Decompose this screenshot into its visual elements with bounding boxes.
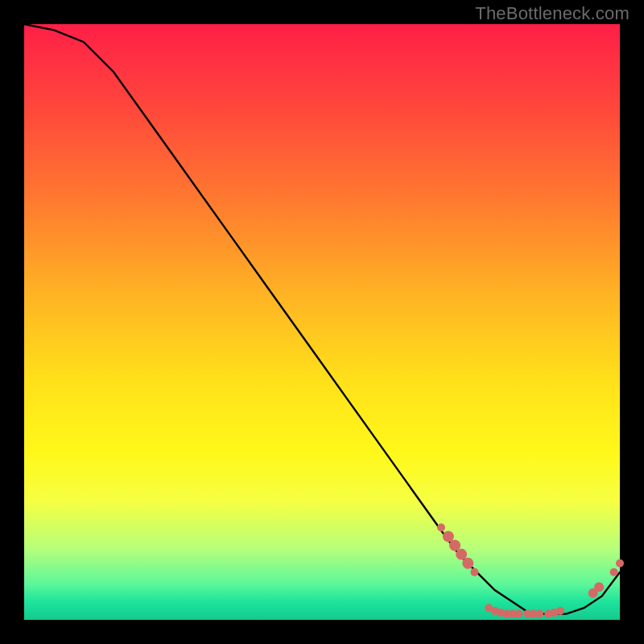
data-marker (610, 568, 618, 576)
data-marker (556, 607, 564, 615)
data-marker (437, 523, 445, 531)
chart-frame: TheBottleneck.com (0, 0, 644, 644)
plot-svg (24, 24, 620, 620)
data-marker (470, 568, 478, 576)
data-marker (616, 559, 624, 568)
data-marker (594, 582, 604, 592)
data-marker (514, 610, 522, 618)
watermark-text: TheBottleneck.com (475, 3, 630, 24)
bottleneck-curve (24, 24, 620, 614)
data-markers (437, 523, 624, 617)
plot-area (24, 24, 620, 620)
data-marker (462, 558, 473, 569)
data-marker (535, 610, 543, 618)
